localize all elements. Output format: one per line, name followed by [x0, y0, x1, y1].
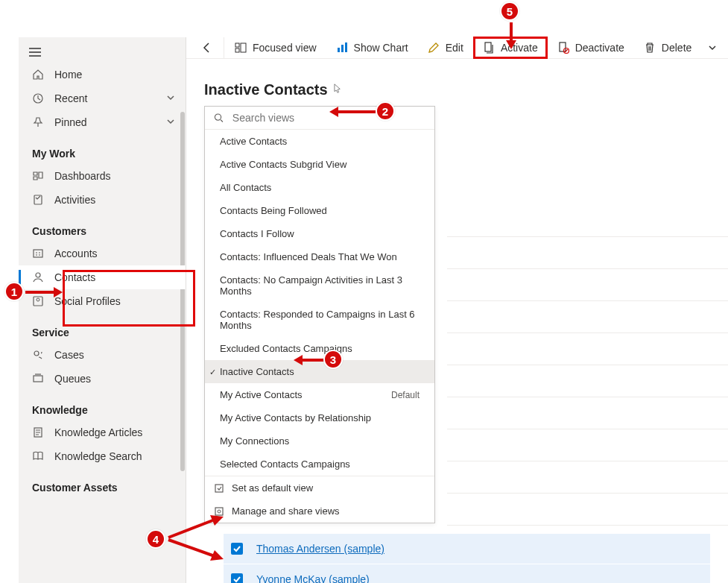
- nav-label: Home: [54, 69, 175, 81]
- nav-label: Knowledge Search: [54, 450, 175, 462]
- nav-pinned[interactable]: Pinned: [19, 110, 186, 134]
- row-checkbox[interactable]: [231, 543, 243, 555]
- check-icon: [233, 576, 241, 583]
- nav-label: Contacts: [54, 271, 175, 283]
- search-icon: [214, 113, 224, 123]
- row-checkbox[interactable]: [231, 573, 243, 583]
- pencil-icon: [428, 42, 440, 54]
- view-option[interactable]: Contacts Being Followed: [205, 199, 434, 222]
- svg-rect-14: [345, 42, 347, 52]
- view-option[interactable]: Active Contacts: [205, 130, 434, 153]
- search-views-field[interactable]: [205, 107, 434, 130]
- view-option[interactable]: My Connections: [205, 429, 434, 453]
- nav-label: Activities: [54, 194, 175, 206]
- grid-background-lines: [447, 205, 728, 526]
- svg-rect-15: [485, 42, 491, 51]
- view-option[interactable]: Selected Contacts Campaigns: [205, 453, 434, 476]
- default-tag: Default: [391, 390, 420, 400]
- queues-icon: [32, 373, 44, 385]
- nav-label: Pinned: [54, 116, 156, 128]
- view-option[interactable]: Active Contacts Subgrid View: [205, 153, 434, 176]
- nav-label: Queues: [54, 373, 175, 385]
- nav-cases[interactable]: Cases: [19, 343, 186, 367]
- view-option[interactable]: Contacts I Follow: [205, 222, 434, 245]
- focused-view-icon: [235, 42, 247, 54]
- button-label: Edit: [446, 42, 463, 54]
- section-assets: Customer Assets: [19, 468, 186, 498]
- view-picker-trigger[interactable]: Inactive Contacts: [204, 81, 710, 98]
- content-area: Inactive Contacts Active ContactsActive …: [186, 59, 728, 583]
- callout-badge-1: 1: [4, 282, 24, 301]
- overflow-button[interactable]: [702, 39, 723, 57]
- svg-rect-19: [215, 485, 223, 492]
- activities-icon: [32, 194, 44, 206]
- callout-badge-5: 5: [500, 1, 519, 21]
- edit-button[interactable]: Edit: [419, 37, 472, 58]
- option-label: Active Contacts Subgrid View: [220, 159, 346, 170]
- section-service: Service: [19, 313, 186, 343]
- nav-dashboards[interactable]: Dashboards: [19, 164, 186, 188]
- svg-rect-2: [34, 250, 42, 257]
- command-bar: Focused view Show Chart Edit Activate De…: [186, 37, 728, 59]
- callout-badge-4: 4: [146, 529, 165, 549]
- svg-rect-16: [560, 42, 566, 51]
- nav-knowledge-search[interactable]: Knowledge Search: [19, 444, 186, 468]
- option-label: Manage and share views: [232, 505, 340, 517]
- nav-queues[interactable]: Queues: [19, 367, 186, 391]
- svg-rect-12: [338, 48, 340, 52]
- view-option[interactable]: My Active ContactsDefault: [205, 383, 434, 406]
- option-label: Contacts: No Campaign Activities in Last…: [220, 274, 420, 297]
- callout-arrow-1: [24, 283, 64, 301]
- sidebar: Home Recent Pinned My Work Dashboards Ac…: [19, 37, 186, 583]
- svg-point-18: [215, 114, 221, 120]
- callout-arrow-4b: [165, 535, 228, 562]
- svg-rect-10: [235, 48, 239, 52]
- view-option[interactable]: Contacts: Influenced Deals That We Won: [205, 245, 434, 268]
- home-icon: [32, 69, 44, 81]
- book-icon: [32, 450, 44, 462]
- table-row[interactable]: Yvonne McKay (sample): [224, 564, 710, 583]
- hamburger-button[interactable]: [19, 42, 186, 63]
- button-label: Delete: [662, 42, 691, 54]
- view-option[interactable]: Contacts: Responded to Campaigns in Last…: [205, 303, 434, 337]
- view-option[interactable]: All Contacts: [205, 176, 434, 199]
- nav-label: Knowledge Articles: [54, 426, 175, 438]
- table-row[interactable]: Thomas Andersen (sample): [224, 534, 710, 564]
- callout-arrow-3: [292, 351, 326, 369]
- nav-home[interactable]: Home: [19, 63, 186, 86]
- nav-label: Accounts: [54, 248, 175, 259]
- option-label: My Active Contacts: [220, 389, 303, 400]
- back-button[interactable]: [191, 37, 224, 58]
- callout-arrow-2: [326, 103, 377, 121]
- svg-marker-22: [54, 287, 63, 297]
- button-label: Focused view: [253, 42, 317, 54]
- section-customers: Customers: [19, 212, 186, 242]
- callout-badge-3: 3: [323, 350, 343, 369]
- show-chart-button[interactable]: Show Chart: [327, 37, 417, 58]
- nav-accounts[interactable]: Accounts: [19, 242, 186, 265]
- view-option[interactable]: My Active Contacts by Relationship: [205, 406, 434, 429]
- section-mywork: My Work: [19, 134, 186, 164]
- cursor-pointer-icon: [331, 83, 344, 97]
- option-label: All Contacts: [220, 182, 271, 193]
- section-knowledge: Knowledge: [19, 391, 186, 420]
- chevron-down-icon: [708, 43, 717, 52]
- accounts-icon: [32, 248, 44, 259]
- svg-marker-23: [329, 107, 338, 117]
- svg-rect-11: [241, 43, 246, 52]
- focused-view-button[interactable]: Focused view: [226, 37, 326, 58]
- activate-icon: [483, 42, 495, 54]
- manage-views[interactable]: Manage and share views: [205, 500, 434, 523]
- view-option[interactable]: Contacts: No Campaign Activities in Last…: [205, 268, 434, 303]
- record-link[interactable]: Thomas Andersen (sample): [256, 543, 384, 555]
- option-label: Contacts I Follow: [220, 228, 294, 239]
- record-link[interactable]: Yvonne McKay (sample): [256, 573, 370, 583]
- nav-activities[interactable]: Activities: [19, 188, 186, 212]
- nav-recent[interactable]: Recent: [19, 86, 186, 110]
- delete-button[interactable]: Delete: [635, 37, 700, 58]
- svg-rect-1: [34, 195, 42, 204]
- set-default-view[interactable]: Set as default view: [205, 476, 434, 500]
- deactivate-button[interactable]: Deactivate: [548, 37, 633, 58]
- chevron-down-icon: [166, 92, 175, 104]
- nav-knowledge-articles[interactable]: Knowledge Articles: [19, 420, 186, 444]
